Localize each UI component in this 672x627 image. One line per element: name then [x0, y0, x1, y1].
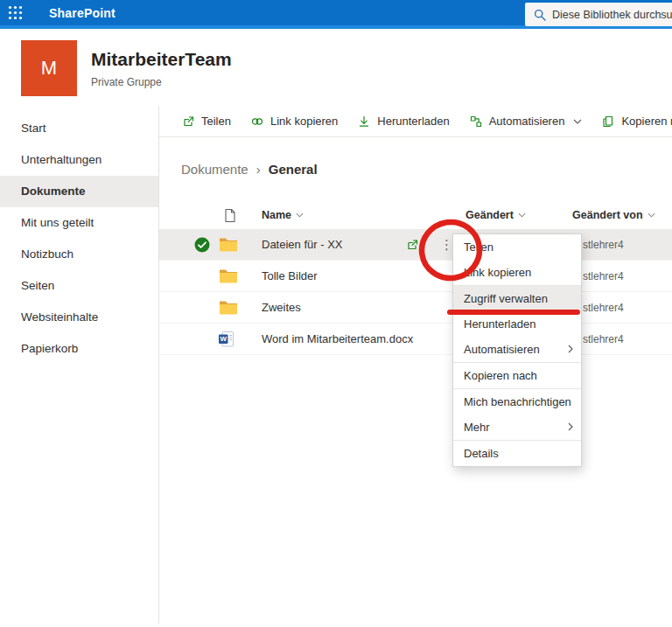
- folder-icon: [219, 268, 238, 288]
- svg-text:W: W: [220, 335, 227, 343]
- modified-by-value: stlehrer4: [583, 261, 624, 292]
- site-header: M MitarbeiterTeam Private Gruppe: [0, 29, 672, 106]
- automate-label: Automatisieren: [489, 115, 565, 128]
- table-row[interactable]: Dateien für - XX ⋮ stlehrer4: [159, 229, 672, 261]
- share-label: Teilen: [201, 115, 231, 128]
- menu-item-herunterladen[interactable]: Herunterladen: [453, 311, 581, 337]
- column-header-name[interactable]: Name: [262, 203, 304, 227]
- menu-item-mich-benachrichtigen[interactable]: Mich benachrichtigen: [453, 389, 581, 415]
- chevron-right-icon: [568, 422, 573, 431]
- waffle-icon: [8, 5, 23, 20]
- search-icon: [534, 9, 546, 21]
- selected-check-icon[interactable]: [194, 237, 210, 256]
- column-header-geaendert[interactable]: Geändert: [466, 203, 526, 227]
- chevron-down-icon: [573, 119, 582, 124]
- table-row[interactable]: Zweites stlehrer4: [159, 292, 672, 324]
- file-type-column-button[interactable]: [224, 203, 236, 227]
- file-name[interactable]: Word im Mitarbeiterteam.docx: [262, 324, 413, 355]
- site-avatar[interactable]: M: [21, 40, 77, 96]
- chevron-right-icon: [568, 345, 573, 353]
- menu-item-label: Automatisieren: [464, 343, 540, 356]
- copy-to-label: Kopieren nach: [621, 115, 672, 128]
- column-header-geaendert-von[interactable]: Geändert von: [572, 203, 655, 227]
- sidebar-item-mit-uns-geteilt[interactable]: Mit uns geteilt: [0, 207, 158, 239]
- search-input[interactable]: [552, 9, 672, 21]
- folder-icon: [219, 237, 238, 256]
- context-menu: Teilen Link kopieren Zugriff verwalten H…: [452, 233, 582, 467]
- command-bar: Teilen Link kopieren Herunterladen: [159, 106, 672, 137]
- breadcrumb-general: General: [269, 162, 318, 177]
- file-name[interactable]: Tolle Bilder: [262, 261, 318, 292]
- file-name[interactable]: Zweites: [262, 292, 301, 324]
- sidebar-item-dokumente[interactable]: Dokumente: [0, 176, 158, 207]
- app-name[interactable]: SharePoint: [49, 6, 116, 20]
- breadcrumb-dokumente[interactable]: Dokumente: [181, 162, 248, 177]
- modified-by-value: stlehrer4: [583, 324, 624, 355]
- sharepoint-window: SharePoint M MitarbeiterTeam Private Gru…: [0, 0, 672, 627]
- table-header: Name Geändert Geändert von: [159, 203, 672, 227]
- breadcrumb: Dokumente › General: [181, 162, 318, 177]
- modified-column-label: Geändert: [466, 209, 514, 221]
- app-launcher-button[interactable]: [0, 0, 30, 27]
- chevron-down-icon: [518, 212, 526, 218]
- automate-button[interactable]: Automatisieren: [469, 115, 583, 129]
- modified-by-value: stlehrer4: [583, 292, 624, 324]
- site-privacy-label: Private Gruppe: [91, 76, 162, 88]
- copy-icon: [601, 115, 615, 129]
- menu-item-kopieren-nach[interactable]: Kopieren nach: [453, 363, 581, 388]
- share-icon: [181, 115, 195, 129]
- chevron-down-icon: [648, 212, 655, 218]
- table-row[interactable]: Tolle Bilder stlehrer4: [159, 261, 672, 292]
- document-library: Teilen Link kopieren Herunterladen: [159, 106, 672, 624]
- folder-icon: [219, 300, 238, 319]
- share-button[interactable]: Teilen: [181, 115, 231, 129]
- sidebar-item-papierkorb[interactable]: Papierkorb: [0, 333, 158, 365]
- table-row[interactable]: W Word im Mitarbeiterteam.docx stlehrer4: [159, 324, 672, 355]
- chevron-down-icon: [296, 212, 304, 218]
- menu-item-label: Mehr: [464, 421, 490, 434]
- sidebar-item-websiteinhalte[interactable]: Websiteinhalte: [0, 302, 158, 333]
- breadcrumb-separator: ›: [256, 162, 261, 177]
- sidebar-item-seiten[interactable]: Seiten: [0, 270, 158, 302]
- document-icon: [224, 208, 236, 223]
- link-icon: [250, 115, 264, 129]
- suite-bar: SharePoint: [0, 0, 672, 29]
- copy-to-button[interactable]: Kopieren nach: [601, 115, 672, 129]
- word-file-icon: W: [218, 331, 234, 352]
- sidebar-item-unterhaltungen[interactable]: Unterhaltungen: [0, 144, 158, 176]
- site-title[interactable]: MitarbeiterTeam: [91, 49, 232, 70]
- modified-by-value: stlehrer4: [583, 229, 624, 261]
- automate-icon: [469, 115, 483, 129]
- menu-item-details[interactable]: Details: [453, 441, 581, 466]
- sidebar-item-start[interactable]: Start: [0, 113, 158, 144]
- library-search[interactable]: [525, 3, 672, 26]
- copy-link-label: Link kopieren: [270, 115, 338, 128]
- sidebar-item-notizbuch[interactable]: Notizbuch: [0, 239, 158, 270]
- row-share-icon[interactable]: [405, 238, 419, 255]
- menu-item-teilen[interactable]: Teilen: [453, 234, 581, 260]
- modified-by-column-label: Geändert von: [572, 209, 643, 221]
- name-column-label: Name: [262, 209, 291, 221]
- download-label: Herunterladen: [377, 115, 449, 128]
- download-icon: [357, 115, 371, 129]
- menu-item-mehr[interactable]: Mehr: [453, 415, 581, 440]
- menu-item-zugriff-verwalten[interactable]: Zugriff verwalten: [453, 286, 581, 311]
- left-nav: Start Unterhaltungen Dokumente Mit uns g…: [0, 106, 159, 624]
- file-list: Dateien für - XX ⋮ stlehrer4 Tolle Bilde…: [159, 229, 672, 355]
- menu-item-automatisieren[interactable]: Automatisieren: [453, 337, 581, 362]
- copy-link-button[interactable]: Link kopieren: [250, 115, 338, 129]
- download-button[interactable]: Herunterladen: [357, 115, 449, 129]
- menu-item-link-kopieren[interactable]: Link kopieren: [453, 260, 581, 285]
- file-name[interactable]: Dateien für - XX: [262, 229, 343, 261]
